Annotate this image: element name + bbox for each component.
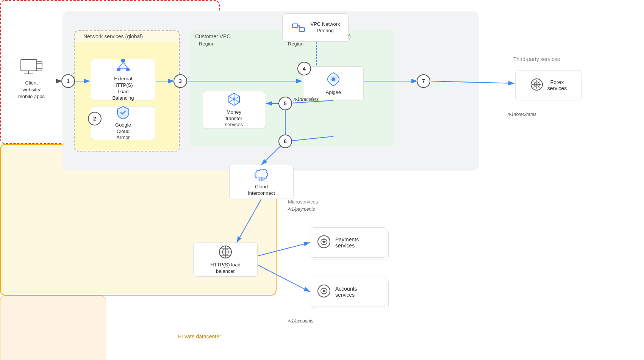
load-balancing-box: External HTTP(S) Load Balancing [91, 59, 155, 100]
zone-third-party [0, 296, 106, 360]
node-5: 5 [278, 97, 292, 110]
svg-rect-27 [299, 28, 305, 31]
cloud-armor-label: Google Cloud Armor [115, 122, 131, 141]
http-lb-box: HTTP(S) load balancer [193, 243, 258, 277]
svg-line-23 [236, 100, 239, 102]
forex-icon [530, 78, 544, 93]
svg-line-14 [119, 62, 123, 68]
payments-card-front: Payments services [311, 227, 386, 258]
load-balancing-label: External HTTP(S) Load Balancing [112, 76, 134, 102]
node-2: 2 [88, 112, 102, 125]
forex-box: Forex services [515, 70, 581, 100]
cloud-armor-icon [115, 105, 131, 120]
v1-accounts-label: /v1/accounts [288, 318, 313, 324]
svg-line-24 [236, 96, 239, 98]
vpc-peering-box: VPC Network Peering [282, 13, 349, 42]
node-1: 1 [61, 74, 75, 88]
load-balancing-icon [115, 58, 131, 74]
payments-label: Payments services [335, 236, 359, 249]
svg-rect-4 [21, 59, 37, 71]
svg-rect-11 [121, 59, 125, 62]
cloud-interconnect-icon [253, 167, 269, 182]
http-lb-icon [217, 244, 233, 260]
accounts-card-front: Accounts services [311, 277, 386, 307]
svg-line-25 [229, 100, 232, 102]
svg-rect-12 [117, 68, 120, 71]
http-lb-label: HTTP(S) load balancer [210, 262, 240, 275]
diagram-container: Google Cloud Network services (global) C… [0, 0, 644, 360]
google-region-label: Region [288, 41, 303, 47]
v1-forex-label: /v1/forex/rates [508, 112, 536, 117]
v1-transfers-label: /v1/transfers [294, 97, 319, 102]
vpc-peering-label: VPC Network Peering [310, 21, 340, 34]
cloud-armor-box: Google Cloud Armor [91, 106, 155, 140]
customer-region-label: Region [199, 41, 214, 47]
node-6: 6 [278, 135, 292, 148]
cloud-interconnect-label: Cloud Interconnect [248, 184, 275, 197]
apigee-box: Apigee [303, 66, 364, 100]
accounts-card-stack: Accounts services [311, 277, 386, 307]
money-transfer-box: Money transfer services [203, 91, 265, 129]
svg-point-28 [331, 77, 335, 81]
private-dc-label: Private datacenter [178, 333, 221, 340]
microservices-label: Microservices [288, 199, 318, 205]
svg-rect-26 [292, 24, 298, 28]
payments-card-stack: Payments services [311, 227, 386, 258]
svg-line-15 [123, 62, 128, 68]
svg-line-22 [229, 96, 232, 98]
client-box: Client website/ mobile apps [7, 59, 56, 100]
node-4: 4 [297, 62, 311, 75]
accounts-label: Accounts services [335, 286, 357, 298]
customer-vpc-label: Customer VPC [195, 33, 230, 39]
svg-rect-13 [126, 68, 130, 71]
third-party-label: Third-party services [513, 56, 560, 62]
svg-point-19 [233, 98, 235, 100]
network-services-label: Network services (global) [83, 33, 143, 39]
svg-point-44 [323, 290, 325, 292]
svg-point-41 [323, 241, 325, 243]
v1-payments-label: /v1/payments [288, 207, 315, 212]
node-3: 3 [174, 74, 187, 88]
apigee-icon [325, 71, 341, 87]
client-label: Client website/ mobile apps [7, 80, 56, 100]
accounts-icon [317, 284, 331, 299]
money-transfer-label: Money transfer services [225, 109, 243, 128]
money-transfer-icon [226, 92, 242, 107]
vpc-peering-icon [291, 20, 306, 36]
payments-icon [317, 235, 331, 250]
apigee-label: Apigee [326, 89, 341, 96]
node-7: 7 [417, 74, 430, 88]
forex-label: Forex services [547, 79, 567, 91]
client-icon [7, 59, 56, 77]
cloud-interconnect-box: Cloud Interconnect [229, 165, 294, 199]
